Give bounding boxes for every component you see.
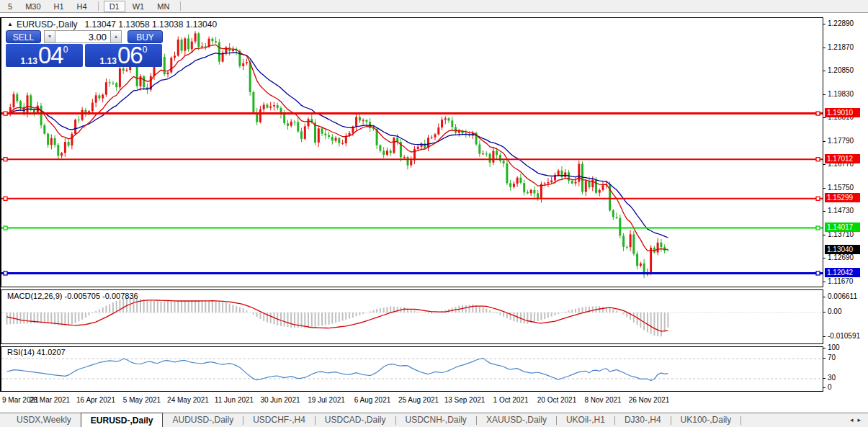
timeframe-H1[interactable]: H1 (48, 1, 70, 12)
price-tick-tick (823, 211, 826, 212)
chart-tab-bar: USDX,WeeklyEURUSD-,DailyAUDUSD-,DailyUSD… (0, 413, 868, 427)
price-axis[interactable]: 1.228901.218701.208501.198301.188101.177… (823, 17, 868, 400)
rsi-pane[interactable] (1, 346, 823, 392)
collapse-panel-icon[interactable]: ▲ (7, 21, 13, 27)
timeframe-M30[interactable]: M30 (19, 1, 46, 12)
date-label: 6 Aug 2021 (354, 396, 391, 404)
price-tick: 1.11670 (828, 277, 853, 286)
tab-usdchf-h4[interactable]: USDCHF-,H4 (243, 413, 315, 427)
sell-button[interactable]: SELL (6, 30, 41, 43)
price-tick: 1.21870 (828, 43, 854, 52)
sell-price-sup: 0 (63, 45, 68, 54)
rsi-chart (1, 347, 823, 391)
current-price-badge: 1.13040 (825, 245, 860, 254)
tab-xauusd-daily[interactable]: XAUUSD-,Daily (477, 413, 556, 427)
price-tick-tick (823, 188, 826, 189)
macd-tick-tick (823, 312, 826, 313)
date-label: 25 Aug 2021 (398, 396, 439, 404)
date-label: 24 May 2021 (167, 396, 209, 404)
tab-uk100-daily[interactable]: UK100-,Daily (671, 413, 741, 427)
date-label: 5 May 2021 (123, 396, 161, 404)
price-tick-tick (823, 24, 826, 24)
price-tick: 1.19830 (828, 90, 854, 99)
rsi-tick: 100 (828, 343, 840, 352)
tab-scroll-left-icon[interactable]: ◂ (850, 416, 858, 423)
timeframe-toolbar: 5M30H1H4D1W1MN (0, 0, 868, 13)
macd-tick-tick (823, 297, 826, 297)
rsi-tick-tick (823, 378, 826, 379)
hline-price-badge: 1.17012 (825, 154, 860, 163)
price-tick-tick (823, 117, 826, 118)
buy-price-display[interactable]: 1.13060 (85, 44, 162, 67)
timeframe-H4[interactable]: H4 (71, 1, 93, 12)
rsi-tick-tick (823, 348, 826, 349)
price-tick: 1.12690 (828, 253, 854, 262)
ohlc-values: 1.13047 1.13058 1.13038 1.13040 (85, 19, 218, 30)
date-label: 8 Nov 2021 (584, 396, 621, 404)
macd-label: MACD(12,26,9) -0.005705 -0.007836 (7, 292, 138, 300)
rsi-label: RSI(14) 41.0207 (7, 348, 66, 356)
buy-price-sup: 0 (143, 45, 148, 54)
hline-price-badge: 1.12042 (825, 268, 860, 277)
price-tick: 1.20850 (828, 66, 854, 75)
rsi-tick: 30 (828, 374, 836, 382)
tab-eurusd-daily[interactable]: EURUSD-,Daily (81, 413, 164, 427)
rsi-tick: 0 (828, 383, 832, 392)
price-tick-tick (823, 235, 826, 235)
date-label: 11 Jun 2021 (215, 396, 254, 404)
buy-price-big: 06 (117, 45, 143, 66)
tab-audusd-daily[interactable]: AUDUSD-,Daily (163, 413, 243, 427)
price-tick-tick (823, 141, 826, 142)
sell-price-display[interactable]: 1.13040 (6, 44, 83, 67)
date-label: 20 Oct 2021 (537, 396, 576, 404)
date-label: 26 Nov 2021 (629, 396, 670, 404)
price-tick-tick (823, 282, 826, 282)
date-label: 16 Apr 2021 (76, 396, 115, 404)
macd-tick: -0.010591 (828, 332, 860, 341)
rsi-tick-tick (823, 387, 826, 388)
symbol-period-label: EURUSD-,Daily (17, 19, 78, 30)
volume-input[interactable]: 3.00 (55, 30, 110, 43)
tab-scroll-right-icon[interactable]: ▸ (857, 416, 865, 423)
buy-price-small: 1.13 (100, 56, 117, 66)
tab-usdcad-daily[interactable]: USDCAD-,Daily (316, 413, 395, 427)
price-tick-tick (823, 258, 826, 259)
macd-tick: 0.00 (828, 307, 841, 316)
date-label: 30 Jun 2021 (260, 396, 300, 404)
hline-price-badge: 1.15299 (825, 193, 860, 202)
chart-title: ▲EURUSD-,Daily1.13047 1.13058 1.13038 1.… (7, 19, 217, 30)
tab-usdcnh-daily[interactable]: USDCNH-,Daily (396, 413, 476, 427)
date-axis[interactable]: 9 Mar 202128 Mar 202116 Apr 20215 May 20… (0, 392, 823, 412)
timeframe-5[interactable]: 5 (2, 1, 18, 12)
rsi-tick-tick (823, 358, 826, 359)
price-tick-tick (823, 48, 826, 48)
date-label: 13 Sep 2021 (444, 396, 486, 404)
timeframe-D1[interactable]: D1 (104, 1, 125, 12)
price-tick: 1.17790 (828, 137, 854, 145)
date-label: 28 Mar 2021 (30, 396, 70, 404)
date-label: 1 Oct 2021 (493, 396, 529, 404)
tab-dj30-h4[interactable]: DJ30-,H4 (615, 413, 671, 427)
hline-price-badge: 1.19010 (825, 108, 860, 117)
price-tick-tick (823, 94, 826, 95)
sell-price-small: 1.13 (21, 56, 37, 66)
toolbar-separator (98, 1, 99, 11)
toolbar-separator (180, 1, 181, 11)
timeframe-W1[interactable]: W1 (127, 1, 151, 12)
one-click-trading-panel: SELL ▼ 3.00 ▲ BUY 1.13040 1.13060 (6, 30, 163, 67)
price-tick-tick (823, 164, 826, 165)
tab-scroll-arrows[interactable]: ◂▸ (850, 416, 865, 423)
price-tick-tick (823, 71, 826, 71)
price-tick: 1.15750 (828, 184, 854, 192)
price-tick: 1.14730 (828, 207, 854, 215)
price-tick: 1.22890 (828, 19, 854, 28)
timeframe-MN[interactable]: MN (151, 1, 175, 12)
tab-ukoil-h1[interactable]: UKOil-,H1 (557, 413, 614, 427)
hline-price-badge: 1.14017 (825, 223, 860, 232)
trading-terminal: 5M30H1H4D1W1MN ▲EURUSD-,Daily1.13047 1.1… (0, 0, 868, 427)
macd-tick-tick (823, 336, 826, 337)
macd-tick: 0.006611 (828, 292, 857, 301)
date-label: 19 Jul 2021 (308, 396, 345, 404)
tab-separator (741, 416, 741, 425)
tab-usdx-weekly[interactable]: USDX,Weekly (7, 413, 81, 427)
